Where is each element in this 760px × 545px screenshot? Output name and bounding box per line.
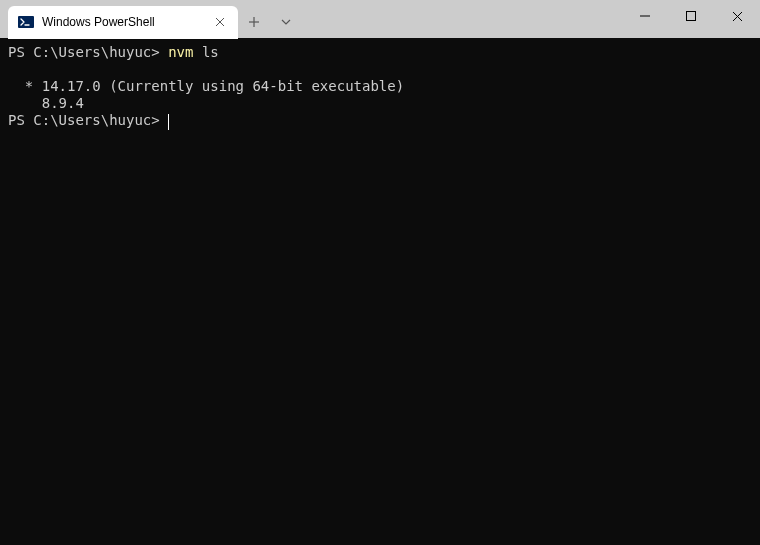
output-line: 8.9.4: [8, 95, 752, 112]
prompt: PS C:\Users\huyuc>: [8, 44, 168, 60]
terminal-line: PS C:\Users\huyuc> nvm ls: [8, 44, 752, 61]
close-button[interactable]: [714, 0, 760, 32]
prompt: PS C:\Users\huyuc>: [8, 112, 168, 128]
terminal-body[interactable]: PS C:\Users\huyuc> nvm ls * 14.17.0 (Cur…: [0, 38, 760, 135]
maximize-button[interactable]: [668, 0, 714, 32]
svg-rect-0: [18, 16, 34, 28]
svg-rect-7: [687, 12, 696, 21]
minimize-button[interactable]: [622, 0, 668, 32]
titlebar: Windows PowerShell: [0, 0, 760, 38]
tab-dropdown-button[interactable]: [270, 6, 302, 38]
tab-close-button[interactable]: [212, 14, 228, 30]
terminal-line: PS C:\Users\huyuc>: [8, 112, 752, 129]
command-name: nvm: [168, 44, 193, 60]
output-line: * 14.17.0 (Currently using 64-bit execut…: [8, 78, 752, 95]
tab-area: Windows PowerShell: [0, 0, 302, 41]
powershell-icon: [18, 14, 34, 30]
tab-powershell[interactable]: Windows PowerShell: [8, 6, 238, 39]
tab-actions: [238, 3, 302, 41]
command-arg: ls: [193, 44, 218, 60]
cursor: [168, 114, 169, 130]
new-tab-button[interactable]: [238, 6, 270, 38]
window-controls: [622, 0, 760, 32]
tab-title: Windows PowerShell: [42, 15, 212, 29]
blank-line: [8, 61, 752, 78]
